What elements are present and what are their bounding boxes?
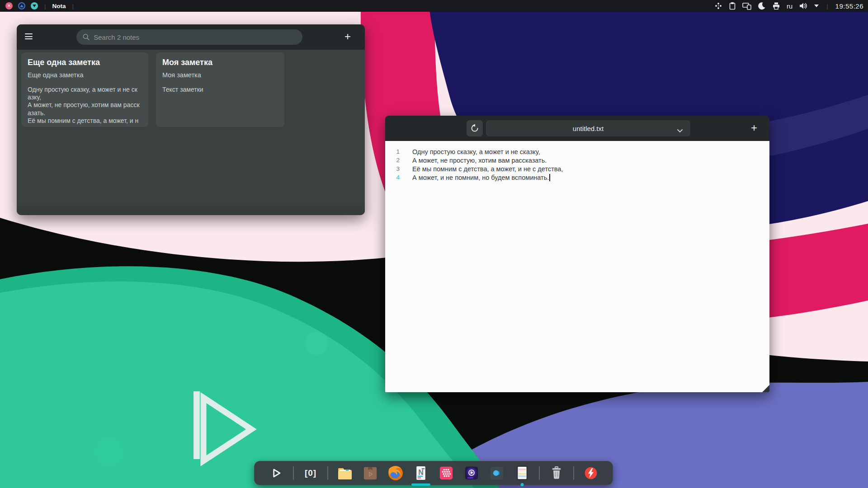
active-app-indicator [411,483,430,486]
dock-separator [293,466,294,480]
text-cursor [549,174,550,181]
line-text: Одну простую сказку, а может и не сказку… [412,148,540,155]
search-icon [83,33,90,41]
line-text: Её мы помним с детства, а может, и не с … [412,165,563,173]
note-subtitle: Моя заметка [162,71,278,79]
clipboard-icon[interactable] [729,1,736,10]
line-number: 2 [385,157,400,164]
clock[interactable]: 19:55:26 [835,2,863,10]
trash-icon[interactable] [548,465,565,482]
virtual-desktop-indicator[interactable]: [0] [302,465,319,482]
note-title: Моя заметка [162,58,278,67]
note-preview-text: Одну простую сказку, а может и не ск азк… [28,86,142,125]
editor-line: 3 Её мы помним с детства, а может, и не … [385,164,769,173]
line-text: А может, не простую, хотим вам рассказат… [412,157,547,164]
editor-content[interactable]: 1 Одну простую сказку, а может и не сказ… [385,141,769,392]
printer-icon[interactable] [772,1,780,10]
dock-separator [573,466,574,480]
line-number: 1 [385,148,400,155]
notes-stack-icon[interactable] [514,465,531,482]
displays-icon[interactable] [742,1,751,10]
keyboard-layout-indicator[interactable]: ru [787,2,793,10]
line-number: 4 [385,174,400,181]
line-text: А может, и не помним, но будем вспоминат… [412,174,549,181]
panel-separator: | [43,3,47,9]
menu-icon[interactable] [25,33,33,41]
panel-separator: | [826,3,829,9]
note-preview-text: Текст заметки [162,86,278,94]
software-center-icon[interactable] [362,465,379,482]
video-player-icon[interactable] [463,465,480,482]
open-app-indicator [521,483,524,486]
editor-header: untitled.txt + [385,116,769,141]
file-manager-icon[interactable] [336,465,354,482]
settings-icon[interactable] [488,465,505,482]
firefox-icon[interactable] [387,465,404,482]
minimize-icon [33,5,36,7]
dock-separator [539,466,540,480]
document-tab[interactable]: untitled.txt [486,120,690,136]
nota-icon[interactable]: N [412,465,429,482]
music-app-icon[interactable] [438,465,455,482]
note-card[interactable]: Еще одна заметка Еще одна заметка Одну п… [21,52,148,127]
maximize-window-button[interactable] [18,2,25,9]
maximize-icon [20,5,24,7]
editor-line: 1 Одну простую сказку, а может и не сказ… [385,147,769,156]
undo-button[interactable] [467,120,483,136]
night-mode-icon[interactable] [758,1,766,10]
top-panel: ✕ | Nota | [0,0,868,12]
power-actions-icon[interactable] [582,465,599,482]
editor-line-active: 4 А может, и не помним, но будем вспомин… [385,173,769,182]
line-number: 3 [385,165,400,172]
dock: [0] N [254,461,613,485]
new-note-button[interactable]: + [341,31,354,43]
document-title: untitled.txt [573,125,604,132]
note-title: Еще одна заметка [28,58,142,67]
desktop: { "topbar": { "app_title": "Nota", "sepa… [0,0,868,488]
workspaces-icon[interactable] [714,1,722,10]
focused-app-title: Nota [52,3,66,9]
dock-separator [327,466,328,480]
new-document-button[interactable]: + [748,122,760,135]
tray-expand-icon[interactable] [814,1,819,10]
close-window-button[interactable]: ✕ [5,2,13,9]
undo-icon [470,124,479,133]
panel-separator: | [71,3,74,9]
volume-icon[interactable] [799,1,807,10]
note-subtitle: Еще одна заметка [28,71,142,79]
svg-text:N: N [418,469,424,476]
notes-grid: Еще одна заметка Еще одна заметка Одну п… [17,50,365,215]
notes-window: + Еще одна заметка Еще одна заметка Одну… [17,24,365,215]
resize-handle[interactable] [762,385,769,392]
note-card[interactable]: Моя заметка Моя заметка Текст заметки [156,52,284,127]
notes-header: + [17,24,365,50]
minimize-window-button[interactable] [31,2,38,9]
editor-line: 2 А может, не простую, хотим вам рассказ… [385,156,769,164]
launcher-icon[interactable] [268,465,285,482]
editor-window: untitled.txt + 1 Одну простую сказку, а … [385,116,769,392]
notes-search [76,29,302,45]
chevron-down-icon [677,127,683,135]
search-input[interactable] [94,33,296,41]
